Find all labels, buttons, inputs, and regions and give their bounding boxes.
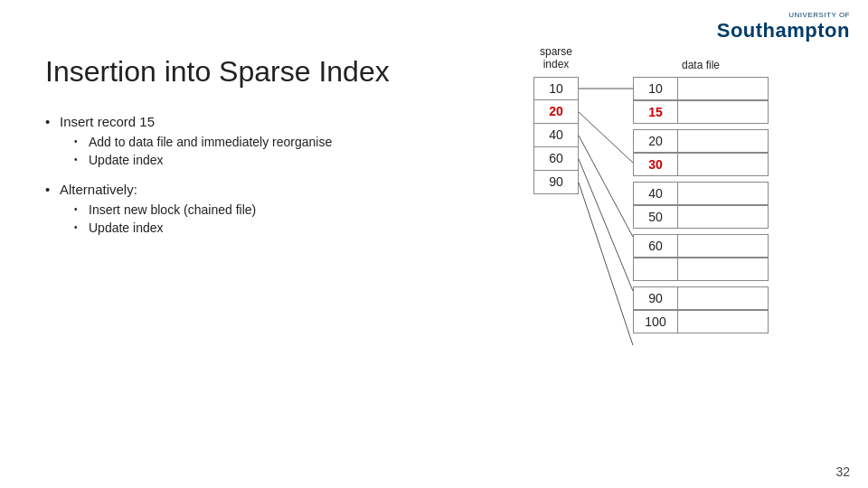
data-row: 40 xyxy=(633,182,769,205)
index-cell-60: 60 xyxy=(533,147,579,171)
index-cell-40: 40 xyxy=(533,124,579,147)
index-cell-90: 90 xyxy=(533,171,579,194)
data-row: 15 xyxy=(633,100,769,124)
data-row: 20 xyxy=(633,129,769,153)
data-cell-90-wide xyxy=(678,286,769,310)
data-row: 100 xyxy=(633,310,769,333)
diagram-area: 10 20 40 60 90 10 15 xyxy=(533,77,823,333)
data-cell-20: 20 xyxy=(633,129,678,153)
sub-list-item: Add to data file and immediately reorgan… xyxy=(74,135,515,149)
data-cell-60-wide xyxy=(678,234,769,258)
southampton-name: Southampton xyxy=(717,19,850,42)
main-content: Insertion into Sparse Index Insert recor… xyxy=(45,54,823,461)
data-cell-100: 100 xyxy=(633,310,678,333)
data-row: 10 xyxy=(633,77,769,100)
sub-list-item: Update index xyxy=(74,153,515,167)
data-cell-60-2-wide xyxy=(678,258,769,281)
data-row: 30 xyxy=(633,153,769,176)
right-panel: sparseindex data file 10 xyxy=(533,45,823,333)
data-cell-60: 60 xyxy=(633,234,678,258)
university-name: UNIVERSITY OF xyxy=(788,11,850,19)
data-block-5: 90 100 xyxy=(633,286,769,333)
data-block-3: 40 50 xyxy=(633,182,769,229)
data-cell-15: 15 xyxy=(633,100,678,124)
data-cell-50: 50 xyxy=(633,205,678,229)
list-item: Insert record 15 Add to data file and im… xyxy=(45,114,515,167)
sub-bullet-list: Add to data file and immediately reorgan… xyxy=(74,135,515,167)
index-cell-10: 10 xyxy=(533,77,579,100)
data-cell-20-wide xyxy=(678,129,769,153)
data-cell-10-wide xyxy=(678,77,769,100)
data-cell-40-wide xyxy=(678,182,769,205)
sparse-index-column: 10 20 40 60 90 xyxy=(533,77,579,194)
page-number: 32 xyxy=(835,465,850,479)
data-row xyxy=(633,258,769,281)
bullet-list: Insert record 15 Add to data file and im… xyxy=(45,114,515,235)
sub-list-item: Update index xyxy=(74,221,515,235)
index-cell-20: 20 xyxy=(533,100,579,124)
data-cell-50-wide xyxy=(678,205,769,229)
slide-title: Insertion into Sparse Index xyxy=(45,54,515,89)
data-cell-40: 40 xyxy=(633,182,678,205)
sub-list-item: Insert new block (chained file) xyxy=(74,202,515,217)
data-block-1: 10 15 xyxy=(633,77,769,124)
data-cell-30: 30 xyxy=(633,153,678,176)
left-panel: Insertion into Sparse Index Insert recor… xyxy=(45,54,533,244)
university-logo: UNIVERSITY OF Southampton xyxy=(717,11,850,42)
data-row: 90 xyxy=(633,286,769,310)
data-cell-90: 90 xyxy=(633,286,678,310)
data-cell-60-2 xyxy=(633,258,678,281)
data-cell-30-wide xyxy=(678,153,769,176)
data-file-label: data file xyxy=(633,59,769,71)
list-item: Alternatively: Insert new block (chained… xyxy=(45,182,515,235)
sub-bullet-list: Insert new block (chained file) Update i… xyxy=(74,202,515,235)
data-row: 60 xyxy=(633,234,769,258)
columns: 10 20 40 60 90 10 15 xyxy=(533,77,823,333)
data-block-4: 60 xyxy=(633,234,769,281)
data-cell-100-wide xyxy=(678,310,769,333)
data-row: 50 xyxy=(633,205,769,229)
sparse-index-label: sparseindex xyxy=(533,45,579,71)
data-cell-15-wide xyxy=(678,100,769,124)
data-cell-10: 10 xyxy=(633,77,678,100)
data-file-column: 10 15 20 xyxy=(633,77,769,333)
data-block-2: 20 30 xyxy=(633,129,769,176)
